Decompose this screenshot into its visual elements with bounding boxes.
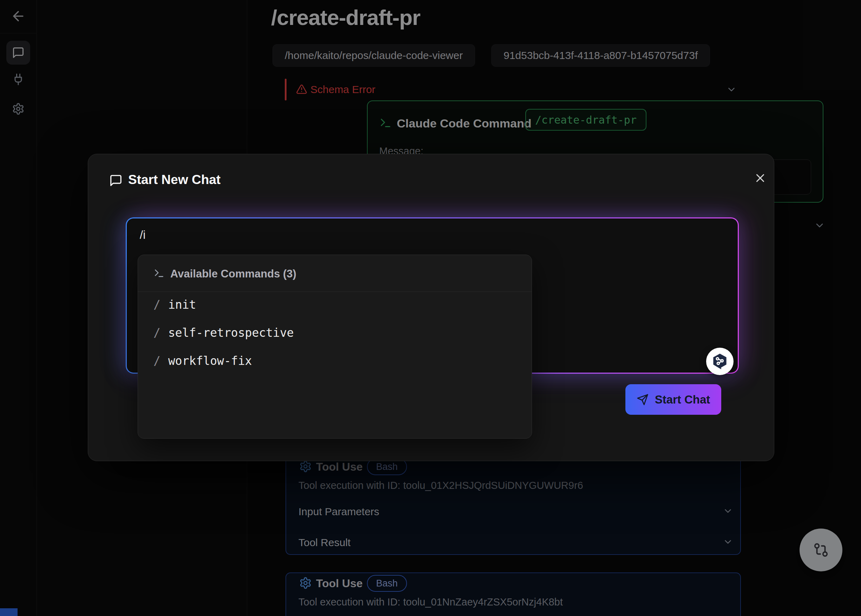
extension-logo-button[interactable] bbox=[706, 348, 734, 375]
command-name: self-retrospective bbox=[168, 326, 294, 339]
command-prefix: / bbox=[154, 326, 160, 339]
chat-bubble-icon bbox=[109, 174, 123, 187]
close-icon bbox=[754, 171, 767, 185]
command-prefix: / bbox=[154, 298, 160, 311]
command-name: workflow-fix bbox=[168, 354, 252, 368]
command-option-self-retrospective[interactable]: / self-retrospective bbox=[138, 322, 532, 344]
modal-title: Start New Chat bbox=[128, 173, 220, 187]
dropdown-divider bbox=[138, 291, 532, 292]
command-option-workflow-fix[interactable]: / workflow-fix bbox=[138, 350, 532, 372]
hexagon-share-logo-icon bbox=[711, 352, 729, 371]
command-autocomplete-dropdown: Available Commands (3) / init / self-ret… bbox=[138, 255, 532, 438]
start-chat-label: Start Chat bbox=[655, 393, 710, 406]
start-chat-button[interactable]: Start Chat bbox=[625, 384, 721, 415]
terminal-icon bbox=[154, 268, 165, 279]
send-icon bbox=[636, 394, 649, 405]
close-button[interactable] bbox=[750, 168, 771, 189]
command-prefix: / bbox=[154, 354, 160, 368]
available-commands-header: Available Commands (3) bbox=[170, 268, 296, 280]
app-root: Sessions New 2 total /create-draft-pr 34… bbox=[0, 0, 861, 616]
start-new-chat-modal: Start New Chat /i Available Commands (3)… bbox=[88, 154, 774, 461]
command-option-init[interactable]: / init bbox=[138, 294, 532, 316]
command-name: init bbox=[168, 298, 196, 311]
